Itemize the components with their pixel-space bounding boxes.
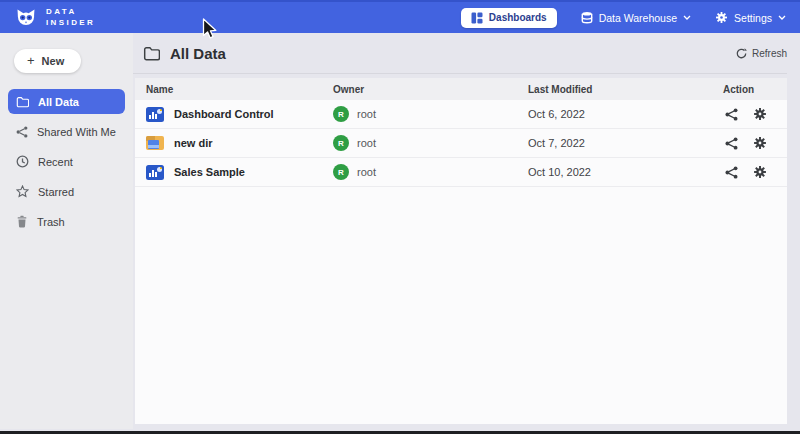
brand-line1: DATA (46, 7, 95, 18)
data-warehouse-label: Data Warehouse (599, 12, 677, 24)
data-warehouse-menu[interactable]: Data Warehouse (581, 11, 691, 24)
page-title: All Data (170, 45, 226, 62)
sidebar-item-all-data[interactable]: All Data (8, 89, 125, 114)
settings-action-icon[interactable] (753, 165, 767, 179)
share-action-icon[interactable] (725, 166, 738, 179)
last-modified: Oct 7, 2022 (528, 137, 723, 149)
last-modified: Oct 6, 2022 (528, 108, 723, 120)
owl-logo-icon (14, 6, 38, 30)
new-button[interactable]: + New (14, 49, 81, 73)
plus-icon: + (27, 56, 35, 66)
file-table-card: Name Owner Last Modified Action Dashboar… (135, 78, 787, 424)
dashboards-label: Dashboards (489, 12, 547, 23)
sidebar-nav: All Data Shared With Me Recent (0, 89, 133, 234)
brand-line2: INSIDER (46, 18, 95, 29)
sidebar-item-trash[interactable]: Trash (8, 209, 125, 234)
dashboard-grid-icon (471, 12, 483, 24)
share-action-icon[interactable] (725, 108, 738, 121)
last-modified: Oct 10, 2022 (528, 166, 723, 178)
database-icon (581, 11, 593, 24)
chevron-down-icon (683, 15, 691, 20)
refresh-label: Refresh (752, 48, 787, 59)
folder-file-icon (146, 136, 164, 150)
file-name[interactable]: Dashboard Control (174, 108, 274, 120)
topbar: DATA INSIDER Dashboards Data Warehouse (0, 0, 800, 33)
star-icon (16, 185, 29, 198)
sidebar-item-label: Trash (37, 216, 65, 228)
owner-name: root (357, 137, 376, 149)
owner-name: root (357, 108, 376, 120)
owner-avatar: R (333, 106, 349, 122)
sidebar-item-label: All Data (38, 96, 79, 108)
owner-name: root (357, 166, 376, 178)
share-action-icon[interactable] (725, 137, 738, 150)
settings-menu[interactable]: Settings (715, 11, 786, 24)
header-divider (133, 73, 787, 74)
new-button-label: New (42, 55, 65, 67)
table-row[interactable]: new dir R root Oct 7, 2022 (135, 129, 787, 158)
column-header-last-modified: Last Modified (528, 84, 723, 95)
main-header: All Data Refresh (133, 33, 787, 73)
trash-icon (16, 215, 28, 228)
owner-avatar: R (333, 164, 349, 180)
table-row[interactable]: Sales Sample R root Oct 10, 2022 (135, 158, 787, 187)
column-header-action: Action (723, 84, 787, 95)
clock-icon (16, 155, 29, 168)
sidebar-item-shared-with-me[interactable]: Shared With Me (8, 119, 125, 144)
topbar-nav: Dashboards Data Warehouse (461, 8, 786, 28)
folder-icon (16, 96, 29, 108)
file-name[interactable]: Sales Sample (174, 166, 245, 178)
gear-icon (715, 11, 728, 24)
column-header-name: Name (146, 84, 333, 95)
table-row[interactable]: Dashboard Control R root Oct 6, 2022 (135, 100, 787, 129)
sidebar-item-label: Starred (38, 186, 74, 198)
settings-action-icon[interactable] (753, 107, 767, 121)
sidebar-item-label: Recent (38, 156, 73, 168)
sidebar-item-recent[interactable]: Recent (8, 149, 125, 174)
settings-label: Settings (734, 12, 772, 24)
settings-action-icon[interactable] (753, 136, 767, 150)
dashboards-button[interactable]: Dashboards (461, 8, 557, 28)
dashboard-file-icon (146, 107, 164, 122)
dashboard-file-icon (146, 165, 164, 180)
sidebar-item-starred[interactable]: Starred (8, 179, 125, 204)
column-header-owner: Owner (333, 84, 528, 95)
sidebar: + New All Data Shared With Me (0, 33, 133, 429)
owner-avatar: R (333, 135, 349, 151)
chevron-down-icon (778, 15, 786, 20)
sidebar-item-label: Shared With Me (37, 126, 116, 138)
main-content: All Data Refresh Name Owner Last Modifie… (133, 33, 800, 429)
share-icon (16, 126, 28, 138)
folder-icon (143, 46, 160, 61)
table-header-row: Name Owner Last Modified Action (135, 78, 787, 100)
refresh-button[interactable]: Refresh (736, 48, 787, 59)
refresh-icon (736, 48, 747, 59)
brand-text: DATA INSIDER (46, 7, 95, 29)
file-name[interactable]: new dir (174, 137, 213, 149)
brand: DATA INSIDER (14, 6, 95, 30)
